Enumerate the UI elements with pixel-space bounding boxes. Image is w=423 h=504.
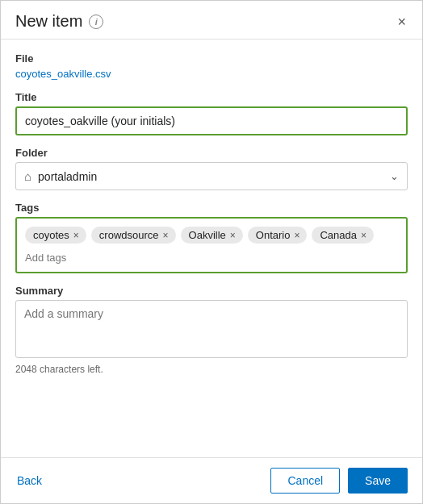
chevron-down-icon: ⌄: [390, 170, 399, 182]
tag-text: Canada: [320, 229, 357, 241]
summary-textarea[interactable]: [15, 300, 408, 358]
file-name: coyotes_oakville.csv: [15, 68, 408, 80]
folder-value: portaladmin: [38, 170, 97, 183]
tag-oakville: Oakville ×: [181, 227, 243, 244]
tag-canada: Canada ×: [312, 227, 374, 244]
dialog-title: New item: [15, 12, 82, 31]
tag-remove-coyotes[interactable]: ×: [73, 231, 80, 240]
title-row: New item i: [15, 12, 103, 31]
title-label: Title: [15, 91, 408, 103]
tag-ontario: Ontario ×: [248, 227, 308, 244]
tag-remove-canada[interactable]: ×: [360, 231, 367, 240]
tag-coyotes: coyotes ×: [25, 227, 86, 244]
folder-select-inner: ⌂ portaladmin: [24, 169, 97, 183]
title-section: Title: [15, 91, 408, 135]
tag-text: coyotes: [33, 229, 69, 241]
tags-container[interactable]: coyotes × crowdsource × Oakville × Ontar…: [15, 217, 408, 273]
info-icon[interactable]: i: [89, 15, 103, 29]
folder-section: Folder ⌂ portaladmin ⌄: [15, 147, 408, 190]
tag-text: Oakville: [189, 229, 226, 241]
title-input[interactable]: [15, 106, 408, 135]
save-button[interactable]: Save: [348, 468, 408, 494]
footer-right: Cancel Save: [270, 468, 408, 494]
close-button[interactable]: ×: [396, 13, 408, 31]
tags-section: Tags coyotes × crowdsource × Oakville × …: [15, 202, 408, 273]
cancel-button[interactable]: Cancel: [270, 468, 340, 494]
file-label: File: [15, 52, 408, 65]
add-tags-input[interactable]: [25, 252, 161, 264]
dialog-body: File coyotes_oakville.csv Title Folder ⌂…: [1, 40, 422, 457]
tags-label: Tags: [15, 202, 408, 214]
tag-remove-crowdsource[interactable]: ×: [162, 231, 170, 240]
summary-section: Summary 2048 characters left.: [15, 285, 408, 375]
char-count: 2048 characters left.: [15, 364, 408, 375]
folder-dropdown[interactable]: ⌂ portaladmin ⌄: [15, 162, 408, 190]
home-icon: ⌂: [24, 169, 31, 183]
new-item-dialog: New item i × File coyotes_oakville.csv T…: [0, 0, 423, 504]
folder-label: Folder: [15, 147, 408, 159]
summary-label: Summary: [15, 285, 408, 297]
tag-remove-oakville[interactable]: ×: [229, 231, 237, 240]
dialog-header: New item i ×: [1, 1, 422, 40]
back-button[interactable]: Back: [15, 469, 44, 492]
dialog-footer: Back Cancel Save: [1, 457, 422, 503]
tag-text: Ontario: [256, 229, 291, 241]
file-section: File coyotes_oakville.csv: [15, 52, 408, 80]
tag-remove-ontario[interactable]: ×: [293, 231, 300, 240]
tag-crowdsource: crowdsource ×: [91, 227, 176, 244]
tag-text: crowdsource: [99, 229, 159, 241]
